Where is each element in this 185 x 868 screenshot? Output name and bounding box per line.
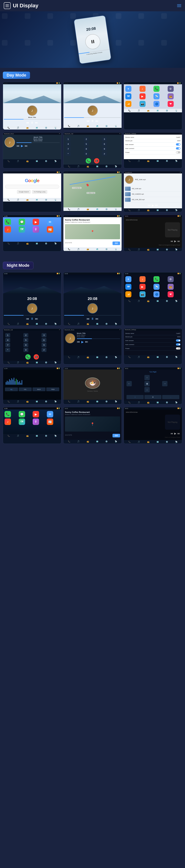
- bt-icon[interactable]: 📡: [54, 127, 57, 129]
- g-bt-icon[interactable]: 📡: [54, 199, 57, 201]
- n-call-close[interactable]: ✕: [59, 329, 60, 331]
- n-settings-back[interactable]: ←: [180, 329, 181, 330]
- key-9[interactable]: 9: [102, 147, 107, 151]
- sc-phone-icon[interactable]: 📞: [128, 209, 131, 211]
- nav-icon-3[interactable]: 🗺️: [157, 110, 159, 112]
- n-ac-toggle[interactable]: [176, 343, 181, 346]
- wv-btn-3[interactable]: BASS: [32, 388, 46, 391]
- pause-btn[interactable]: ⏸: [31, 121, 34, 124]
- n-ios-youtube-app[interactable]: ▶: [33, 411, 39, 417]
- r-settings-icon[interactable]: ⚙️: [105, 248, 108, 250]
- music-controls[interactable]: ⏮ ⏸ ⏭: [26, 121, 38, 124]
- n-call-btn[interactable]: 📞: [25, 354, 31, 360]
- ios-phone-app[interactable]: 📞: [4, 219, 11, 225]
- ns-nav[interactable]: 🗺️: [157, 356, 159, 358]
- m-radio-icon[interactable]: 📻: [87, 208, 89, 210]
- wv-bt[interactable]: 📡: [54, 400, 57, 403]
- g-nav-icon[interactable]: 🗺️: [36, 199, 38, 201]
- arr-down[interactable]: ↓: [144, 387, 150, 392]
- r-radio-icon[interactable]: 📻: [87, 248, 89, 250]
- n-app-music[interactable]: ♪: [139, 276, 146, 282]
- cp-prev-btn[interactable]: ⏮: [170, 240, 173, 243]
- hamburger-icon[interactable]: [177, 4, 181, 7]
- n1-phone[interactable]: 📞: [7, 323, 10, 325]
- na-settings[interactable]: ⚙️: [166, 401, 168, 403]
- m-nav-icon[interactable]: 🗺️: [96, 208, 98, 210]
- arr-up[interactable]: ↑: [144, 375, 150, 380]
- google-search-btn[interactable]: Google Search: [17, 190, 30, 194]
- n2-bt[interactable]: 📡: [115, 323, 117, 325]
- bt-play-icon[interactable]: ▶: [21, 144, 23, 148]
- nm-settings[interactable]: ⚙️: [105, 356, 108, 358]
- nc-nav[interactable]: 🗺️: [36, 362, 38, 364]
- ios-settings-icon[interactable]: ⚙️: [45, 243, 47, 245]
- g-radio-icon[interactable]: 📻: [26, 199, 28, 201]
- google-search-bar[interactable]: [5, 185, 59, 189]
- wv-nav[interactable]: 🗺️: [36, 400, 38, 403]
- wv-btn-4[interactable]: TREB: [46, 388, 59, 391]
- cp-settings-icon[interactable]: ⚙️: [166, 248, 168, 251]
- r-nav-icon[interactable]: 🗺️: [96, 248, 98, 250]
- nm-radio[interactable]: 📻: [87, 356, 89, 358]
- n-btm-next[interactable]: ⏭: [85, 340, 88, 344]
- key-4[interactable]: 4: [66, 142, 71, 146]
- n-controls-1[interactable]: ⏮ ⏸ ⏭: [26, 317, 38, 320]
- c-nav-icon[interactable]: 🗺️: [96, 165, 98, 167]
- next-icon[interactable]: ⏭: [35, 121, 38, 124]
- n3-nav[interactable]: 🗺️: [157, 300, 159, 302]
- n-key-0[interactable]: 0: [23, 348, 28, 352]
- arr-left[interactable]: ←: [127, 381, 132, 386]
- nc-bt[interactable]: 📡: [54, 362, 57, 364]
- r-bt-icon[interactable]: 📡: [115, 248, 117, 250]
- nr-music[interactable]: 🎵: [77, 440, 79, 442]
- cp-bt-icon[interactable]: 📡: [175, 248, 178, 251]
- n-ios-news-app[interactable]: 📰: [47, 418, 53, 425]
- ios-phone-icon[interactable]: 📞: [7, 243, 10, 245]
- wv-phone[interactable]: 📞: [7, 400, 10, 403]
- fd-phone[interactable]: 📞: [68, 400, 70, 403]
- auto-connect-toggle[interactable]: [176, 147, 181, 150]
- ns-radio[interactable]: 📻: [147, 356, 149, 358]
- key-3[interactable]: 3: [102, 137, 107, 141]
- ncp-prev[interactable]: ⏮: [170, 432, 173, 435]
- bt-prev-icon[interactable]: ⏮: [17, 144, 20, 148]
- nav-icon-2[interactable]: 🗺️: [96, 125, 98, 127]
- n-key-5[interactable]: 5: [23, 338, 28, 342]
- ios-music-app[interactable]: ♪: [4, 226, 11, 232]
- wv-btn-2[interactable]: VOL: [19, 388, 32, 391]
- n-ios-maps-app[interactable]: 🗺: [19, 418, 25, 425]
- n3-music[interactable]: 🎵: [138, 300, 140, 302]
- n-ios-podcast-app[interactable]: 🎙: [33, 418, 39, 425]
- n1-settings[interactable]: ⚙️: [45, 323, 47, 325]
- sc-radio-icon[interactable]: 📻: [147, 209, 149, 211]
- n-key-1[interactable]: 1: [5, 333, 10, 337]
- fd-music[interactable]: 🎵: [77, 400, 79, 403]
- m-music-icon[interactable]: 🎵: [77, 208, 79, 210]
- ni-nav[interactable]: 🗺️: [36, 435, 38, 437]
- n-btm-controls[interactable]: ⏮ ▶ ⏭: [77, 340, 120, 344]
- social-prev[interactable]: ⏮: [148, 204, 151, 207]
- social-item-2[interactable]: 华采_319E录音.mp3: [125, 191, 181, 197]
- google-lucky-btn[interactable]: I'm Feeling Lucky: [32, 190, 47, 194]
- na-phone[interactable]: 📞: [128, 401, 131, 403]
- nr-radio[interactable]: 📻: [87, 440, 89, 442]
- cp-play-btn[interactable]: ▶: [174, 240, 176, 243]
- n3-settings[interactable]: ⚙️: [166, 300, 168, 302]
- s-bt-icon[interactable]: 📡: [175, 160, 178, 162]
- prev-icon[interactable]: ⏮: [26, 121, 29, 124]
- n-btm-play[interactable]: ▶: [81, 340, 84, 344]
- n-app-bt[interactable]: 📡: [154, 284, 160, 290]
- ncp-phone[interactable]: 📞: [128, 441, 131, 443]
- bt-controls[interactable]: ⏮ ▶ ⏭: [17, 144, 60, 148]
- key-2[interactable]: 2: [84, 137, 89, 141]
- ni-bt[interactable]: 📡: [54, 435, 57, 437]
- nav-btn-zoom-in[interactable]: +: [127, 395, 144, 399]
- n-prev-1[interactable]: ⏮: [26, 317, 29, 320]
- key-star[interactable]: *: [66, 152, 71, 156]
- cp-music-icon[interactable]: 🎵: [138, 248, 140, 251]
- n-ios-mail-app[interactable]: ✉: [47, 411, 53, 417]
- n2-phone[interactable]: 📞: [68, 323, 70, 325]
- key-8[interactable]: 8: [84, 147, 89, 151]
- r-phone-icon[interactable]: 📞: [68, 248, 70, 250]
- n-prev-2[interactable]: ⏮: [86, 317, 89, 320]
